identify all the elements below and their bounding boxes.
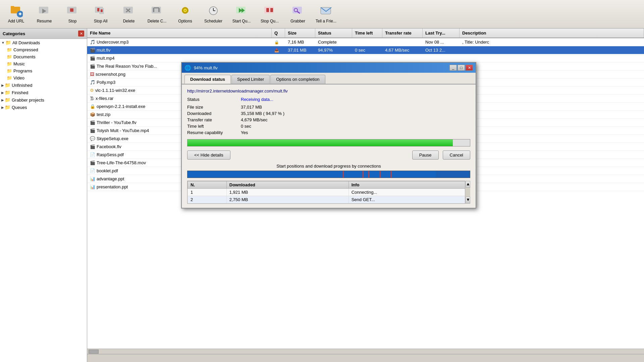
sidebar-item-all-downloads[interactable]: ▼ 📁 All Downloads bbox=[0, 39, 87, 46]
tab-bar: Download status Speed Limiter Options on… bbox=[182, 73, 476, 84]
table-scrollbar[interactable]: ▲ ▼ bbox=[465, 181, 470, 204]
filename-cell: 🎵Undercover.mp3 bbox=[87, 38, 272, 46]
sidebar-item-unfinished[interactable]: ▶ 📁 Unfinished bbox=[0, 81, 87, 89]
url-row: http://mirror2.internetdownloadmanager.c… bbox=[187, 88, 470, 94]
transfer-cell bbox=[382, 57, 423, 60]
vpn-icon: 🔒 bbox=[90, 104, 95, 109]
sidebar-item-finished[interactable]: ▶ 📁 Finished bbox=[0, 89, 87, 96]
dialog-close-button[interactable]: ✕ bbox=[466, 65, 473, 71]
svg-rect-1 bbox=[11, 6, 14, 8]
statusbar bbox=[87, 354, 644, 362]
table-row[interactable]: 🎵Undercover.mp3 🔒 7,16 MB Complete Nov 0… bbox=[87, 38, 644, 46]
mov-icon: 🎬 bbox=[90, 160, 95, 165]
table-row[interactable]: 🎬mult.mp4 bbox=[87, 54, 644, 62]
q-cell: 🔒 bbox=[272, 38, 285, 46]
horizontal-scrollbar[interactable] bbox=[87, 349, 644, 354]
stop-icon bbox=[66, 5, 79, 17]
grabber-button[interactable]: Grabber bbox=[284, 2, 311, 26]
close-sidebar-button[interactable]: ✕ bbox=[78, 31, 84, 37]
fb-icon: 🎬 bbox=[90, 144, 95, 149]
sidebar-item-music[interactable]: 📁 Music bbox=[0, 60, 87, 67]
sidebar-item-queues[interactable]: ▶ 📁 Queues bbox=[0, 104, 87, 111]
transfer-cell: 4,67 MB/sec bbox=[382, 46, 423, 54]
dialog-title-icon: 🌐 bbox=[184, 65, 191, 71]
svg-point-22 bbox=[184, 10, 186, 11]
resume-value: Yes bbox=[241, 130, 248, 135]
dialog-restore-button[interactable]: □ bbox=[458, 65, 465, 71]
tab-options-completion-label: Options on completion bbox=[276, 77, 319, 82]
polly-icon: 🎵 bbox=[90, 80, 95, 85]
stop-qu-button[interactable]: Stop Qu... bbox=[256, 2, 283, 26]
transfer-rate-value: 4,679 MB/sec bbox=[241, 117, 268, 122]
stop-all-button[interactable]: Stop All bbox=[87, 2, 114, 26]
conn-n-2: 2 bbox=[188, 196, 227, 203]
gap-2 bbox=[363, 171, 364, 178]
table-scroll-up[interactable]: ▲ bbox=[466, 181, 470, 188]
tab-download-status[interactable]: Download status bbox=[184, 75, 231, 84]
zip-icon: 📦 bbox=[90, 112, 95, 117]
lasttry-cell: Oct 13 2... bbox=[423, 46, 460, 54]
col-header-desc[interactable]: Description bbox=[460, 28, 644, 38]
add-url-button[interactable]: Add URL bbox=[3, 2, 30, 26]
tab-options-completion[interactable]: Options on completion bbox=[270, 75, 325, 84]
skype-icon: 💬 bbox=[90, 136, 95, 141]
documents-label: Documents bbox=[13, 54, 36, 59]
pause-button[interactable]: Pause bbox=[412, 150, 439, 160]
folder-icon-music: 📁 bbox=[7, 61, 12, 66]
desc-cell bbox=[460, 137, 644, 140]
desc-cell: , Title: Underc bbox=[460, 38, 644, 46]
cancel-button[interactable]: Cancel bbox=[443, 150, 470, 160]
desc-cell bbox=[460, 57, 644, 60]
conn-info-1: Connecting... bbox=[348, 189, 470, 196]
svg-rect-17 bbox=[153, 8, 154, 12]
resume-button[interactable]: Resume bbox=[31, 2, 58, 26]
stop-button[interactable]: Stop bbox=[59, 2, 86, 26]
options-button[interactable]: Options bbox=[172, 2, 199, 26]
pdf-icon: 📄 bbox=[90, 152, 95, 157]
dialog-minimize-button[interactable]: _ bbox=[449, 65, 457, 71]
compressed-label: Compressed bbox=[13, 47, 38, 52]
sidebar-item-programs[interactable]: 📁 Programs bbox=[0, 67, 87, 74]
col-header-n: N. bbox=[188, 181, 227, 189]
col-header-info: Info bbox=[348, 181, 470, 189]
start-qu-button[interactable]: Start Qu... bbox=[228, 2, 255, 26]
delete-c-button[interactable]: Delete C... bbox=[144, 2, 170, 26]
expand-queues: ▶ bbox=[1, 106, 4, 109]
connections-fill bbox=[187, 171, 436, 178]
exe-icon: ⚙ bbox=[90, 88, 94, 93]
sidebar-item-documents[interactable]: 📁 Documents bbox=[0, 53, 87, 60]
tab-download-status-label: Download status bbox=[190, 77, 225, 82]
sidebar-item-grabber-projects[interactable]: ▶ 📁 Grabber projects bbox=[0, 96, 87, 104]
add-url-label: Add URL bbox=[8, 19, 24, 23]
scheduler-icon bbox=[207, 5, 220, 17]
connection-row-2: 2 2,750 MB Send GET... bbox=[188, 196, 470, 203]
folder-icon-documents: 📁 bbox=[7, 54, 12, 59]
connections-title: Start positions and download progress by… bbox=[187, 164, 470, 169]
folder-icon-video: 📁 bbox=[7, 75, 12, 80]
hide-details-button[interactable]: << Hide details bbox=[187, 150, 230, 160]
download-details-dialog[interactable]: 🌐 94% mult.flv _ □ ✕ Download status Spe… bbox=[181, 62, 476, 208]
sidebar-item-video[interactable]: 📁 Video bbox=[0, 74, 87, 81]
tell-friend-button[interactable]: Tell a Frie... bbox=[313, 2, 339, 26]
connections-table-container[interactable]: N. Downloaded Info 1 1,921 MB Connecting… bbox=[187, 181, 470, 204]
col-header-filename[interactable]: File Name bbox=[87, 28, 272, 38]
col-header-lasttry[interactable]: Last Try... bbox=[423, 28, 460, 38]
col-header-status[interactable]: Status bbox=[315, 28, 352, 38]
options-label: Options bbox=[178, 19, 192, 23]
scroll-thumb-h[interactable] bbox=[89, 350, 99, 354]
col-header-transfer[interactable]: Transfer rate bbox=[382, 28, 423, 38]
col-header-q[interactable]: Q bbox=[272, 28, 285, 38]
tab-speed-limiter[interactable]: Speed Limiter bbox=[231, 75, 270, 84]
delete-button[interactable]: Delete bbox=[115, 2, 142, 26]
transfer-rate-row: Transfer rate 4,679 MB/sec bbox=[187, 117, 470, 122]
scheduler-label: Scheduler bbox=[204, 19, 222, 23]
svg-rect-30 bbox=[266, 8, 269, 12]
dialog-controls: _ □ ✕ bbox=[449, 65, 473, 71]
table-row[interactable]: 🎬mult.flv 📥 37,01 MB 94,97% 0 sec 4,67 M… bbox=[87, 46, 644, 54]
table-scroll-down[interactable]: ▼ bbox=[466, 197, 470, 203]
col-header-size[interactable]: Size bbox=[285, 28, 315, 38]
scheduler-button[interactable]: Scheduler bbox=[200, 2, 227, 26]
conn-info-2: Send GET... bbox=[348, 196, 470, 203]
sidebar-item-compressed[interactable]: 📁 Compressed bbox=[0, 46, 87, 53]
col-header-timeleft[interactable]: Time left bbox=[352, 28, 382, 38]
